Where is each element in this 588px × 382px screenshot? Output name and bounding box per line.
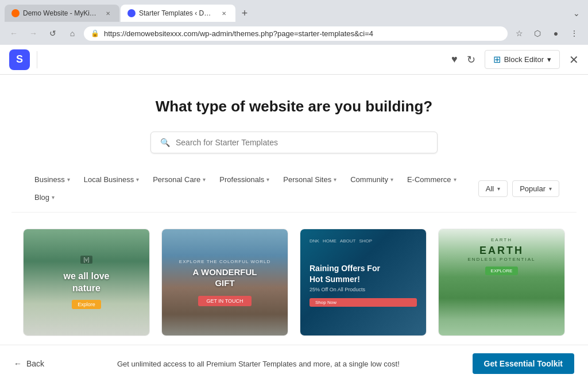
chevron-down-icon: ▾ <box>549 186 552 192</box>
filter-tab-business[interactable]: Business ▾ <box>29 172 76 187</box>
filter-selects: All ▾ Popular ▾ <box>478 180 559 197</box>
template-preview-gift: Explore The Colorful World A WONDERFULGI… <box>162 229 288 335</box>
chevron-down-icon: ▾ <box>266 176 269 183</box>
chevron-down-icon: ▾ <box>390 176 393 183</box>
filter-tab-ecommerce[interactable]: E-Commerce ▾ <box>401 172 462 187</box>
search-icon: 🔍 <box>160 138 170 147</box>
gift-overlay: Explore The Colorful World A WONDERFULGI… <box>162 229 288 335</box>
block-editor-chevron: ▾ <box>547 55 551 64</box>
address-bar[interactable]: 🔒 https://demowebsitexxx.com/wp-admin/th… <box>84 26 508 41</box>
search-box[interactable]: 🔍 <box>150 132 438 153</box>
earth-subtitle: ENDLESS POTENTIAL <box>467 257 535 262</box>
back-nav-button[interactable]: ← <box>6 25 22 41</box>
tab-bar: Demo Website - MyKinsta ✕ Starter Templa… <box>0 0 588 22</box>
earth-title: EARTH <box>479 245 524 257</box>
template-card-earth[interactable]: EARTH EARTH ENDLESS POTENTIAL EXPLORE <box>438 229 565 336</box>
filter-tab-professionals-label: Professionals <box>219 175 264 184</box>
app-bar-divider <box>37 51 37 68</box>
gift-title: A WONDERFULGIFT <box>193 267 257 289</box>
filter-tab-business-label: Business <box>34 175 65 184</box>
earth-cta: EXPLORE <box>485 267 519 275</box>
template-preview-nature: [v] we all lovenature Explore <box>24 229 149 335</box>
filter-select-all[interactable]: All ▾ <box>478 180 508 197</box>
save-tab-icon[interactable]: ⬡ <box>529 25 546 41</box>
chevron-down-icon: ▾ <box>334 176 336 183</box>
template-card-gift[interactable]: Explore The Colorful World A WONDERFULGI… <box>161 229 288 336</box>
nature-cta: Explore <box>72 300 101 309</box>
tab-starter[interactable]: Starter Templates ‹ Demo Si… ✕ <box>121 5 235 22</box>
bookmark-icon[interactable]: ☆ <box>511 25 527 41</box>
forward-nav-button[interactable]: → <box>25 25 41 41</box>
main-content: What type of website are you building? 🔍… <box>0 75 588 356</box>
address-text: https://demowebsitexxx.com/wp-admin/them… <box>104 29 501 38</box>
dnk-overlay: DNKHOMEABOUTSHOP Raining Offers ForHot S… <box>300 229 426 335</box>
nav-actions: ☆ ⬡ ● ⋮ <box>511 25 582 41</box>
filter-tab-blog[interactable]: Blog ▾ <box>29 190 60 205</box>
app-bar-right: ♥ ↻ ⊞ Block Editor ▾ ✕ <box>451 50 579 69</box>
menu-icon[interactable]: ⋮ <box>566 25 582 41</box>
earth-overlay: EARTH EARTH ENDLESS POTENTIAL EXPLORE <box>439 229 564 335</box>
new-tab-button[interactable]: + <box>237 5 253 21</box>
filter-tab-community-label: Community <box>350 175 388 184</box>
filter-tab-personal-care[interactable]: Personal Care ▾ <box>147 172 211 187</box>
chevron-down-icon: ▾ <box>67 176 70 183</box>
template-preview-dnk: DNKHOMEABOUTSHOP Raining Offers ForHot S… <box>300 229 426 335</box>
filter-tab-personal-care-label: Personal Care <box>153 175 200 184</box>
app-bar: S ♥ ↻ ⊞ Block Editor ▾ ✕ <box>0 45 588 75</box>
logo-letter: S <box>16 53 23 65</box>
bottom-bar: ← Back Get unlimited access to all Premi… <box>0 345 588 356</box>
tab-starter-label: Starter Templates ‹ Demo Si… <box>139 9 214 17</box>
filter-tab-ecommerce-label: E-Commerce <box>407 175 451 184</box>
mykinsta-favicon <box>11 9 20 17</box>
gift-cta: GET IN TOUCH <box>198 296 251 306</box>
close-app-button[interactable]: ✕ <box>569 53 579 67</box>
app-logo: S <box>9 49 30 70</box>
filter-select-all-label: All <box>486 184 494 193</box>
filter-select-popular-label: Popular <box>520 184 546 193</box>
filter-tabs: Business ▾ Local Business ▾ Personal Car… <box>29 172 478 205</box>
essential-toolkit-button[interactable]: Get Essential Toolkit <box>473 353 574 356</box>
tab-mykinsta-label: Demo Website - MyKinsta <box>23 9 98 17</box>
home-button[interactable]: ⌂ <box>64 25 80 41</box>
earth-eyebrow: EARTH <box>491 237 512 242</box>
template-preview-earth: EARTH EARTH ENDLESS POTENTIAL EXPLORE <box>439 229 564 335</box>
filter-tab-local-business[interactable]: Local Business ▾ <box>78 172 145 187</box>
lock-icon: 🔒 <box>91 29 99 37</box>
tab-bar-menu-icon[interactable]: ⌄ <box>570 6 583 20</box>
reload-button[interactable]: ↺ <box>45 25 61 41</box>
filter-tab-blog-label: Blog <box>34 193 49 202</box>
filter-tab-personal-sites[interactable]: Personal Sites ▾ <box>277 172 342 187</box>
nature-title: we all lovenature <box>63 271 109 295</box>
filter-tab-professionals[interactable]: Professionals ▾ <box>214 172 275 187</box>
dnk-content: Raining Offers ForHot Summer! 25% Off On… <box>310 244 417 326</box>
block-editor-label: Block Editor <box>504 55 544 64</box>
heart-icon[interactable]: ♥ <box>451 53 458 65</box>
nature-logo: [v] <box>80 256 93 264</box>
tab-mykinsta-close[interactable]: ✕ <box>103 9 113 18</box>
chevron-down-icon: ▾ <box>203 176 206 183</box>
browser-chrome: Demo Website - MyKinsta ✕ Starter Templa… <box>0 0 588 45</box>
chevron-down-icon: ▾ <box>454 176 457 183</box>
page-title: What type of website are you building? <box>11 98 577 115</box>
dnk-nav: DNKHOMEABOUTSHOP <box>310 238 417 244</box>
nav-bar: ← → ↺ ⌂ 🔒 https://demowebsitexxx.com/wp-… <box>0 22 588 45</box>
profile-icon[interactable]: ● <box>548 25 564 41</box>
nature-overlay: [v] we all lovenature Explore <box>24 229 149 335</box>
template-card-nature[interactable]: [v] we all lovenature Explore <box>23 229 150 336</box>
chevron-down-icon: ▾ <box>497 186 500 192</box>
tab-starter-close[interactable]: ✕ <box>219 9 229 18</box>
block-editor-button[interactable]: ⊞ Block Editor ▾ <box>485 50 560 69</box>
tab-mykinsta[interactable]: Demo Website - MyKinsta ✕ <box>5 5 119 22</box>
search-input[interactable] <box>176 138 428 147</box>
search-container: 🔍 <box>11 132 577 153</box>
tab-bar-right: ⌄ <box>570 6 583 20</box>
template-card-dnk[interactable]: DNKHOMEABOUTSHOP Raining Offers ForHot S… <box>300 229 427 336</box>
filter-tab-local-business-label: Local Business <box>84 175 134 184</box>
wordpress-icon: ⊞ <box>493 54 501 65</box>
dnk-cta: Shop Now <box>310 298 417 307</box>
gift-subtitle: Explore The Colorful World <box>179 259 270 264</box>
filter-tab-community[interactable]: Community ▾ <box>345 172 399 187</box>
dnk-title: Raining Offers ForHot Summer! <box>310 263 417 284</box>
filter-select-popular[interactable]: Popular ▾ <box>512 180 559 197</box>
refresh-icon[interactable]: ↻ <box>467 53 475 66</box>
